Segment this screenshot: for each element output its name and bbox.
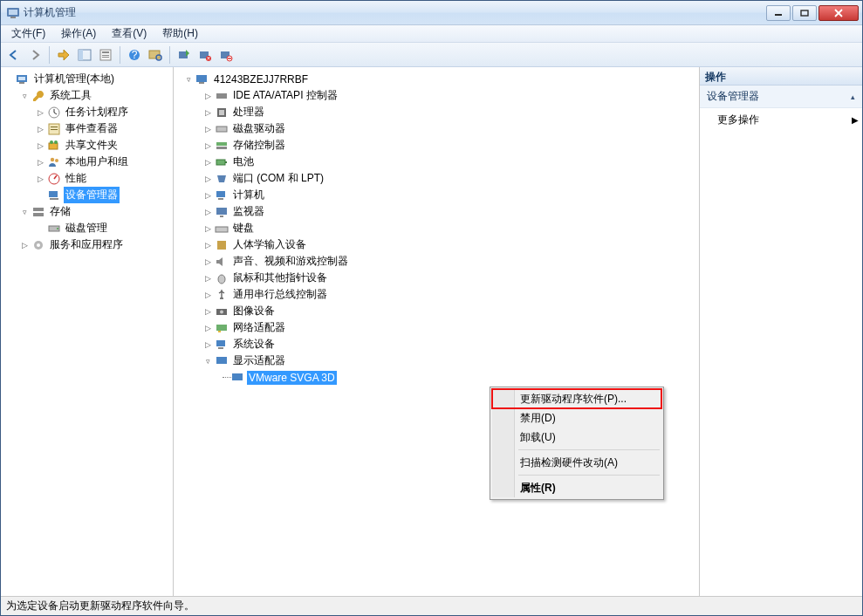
svg-rect-53 xyxy=(216,208,227,215)
expander-icon[interactable]: ▷ xyxy=(18,239,31,251)
expander-icon[interactable]: ▷ xyxy=(202,322,214,334)
cat-disk-drives[interactable]: ▷磁盘驱动器 xyxy=(202,120,697,137)
tree-event-viewer[interactable]: ▷事件查看器 xyxy=(34,120,171,137)
up-button[interactable] xyxy=(54,45,73,65)
tree-shared-folders[interactable]: ▷共享文件夹 xyxy=(34,137,171,154)
tree-device-manager[interactable]: ▷设备管理器 xyxy=(34,187,171,203)
maximize-button[interactable] xyxy=(792,5,817,21)
cat-storage-ctrl[interactable]: ▷存储控制器 xyxy=(202,137,697,154)
forward-button[interactable] xyxy=(25,45,45,65)
svg-rect-26 xyxy=(51,129,58,130)
tree-label: 网络适配器 xyxy=(231,319,287,336)
device-vmware-svga[interactable]: VMware SVGA 3D xyxy=(229,369,697,386)
cat-imaging[interactable]: ▷图像设备 xyxy=(202,303,697,319)
expander-icon[interactable]: ▷ xyxy=(202,123,214,135)
menu-file[interactable]: 文件(F) xyxy=(4,24,52,43)
expander-icon[interactable]: ▿ xyxy=(182,73,195,86)
expander-icon[interactable]: ▷ xyxy=(202,339,214,351)
expander-icon[interactable]: ▿ xyxy=(18,90,31,102)
scan-hardware-icon[interactable] xyxy=(146,45,165,65)
expander-icon[interactable]: ▷ xyxy=(202,272,214,284)
cat-ide[interactable]: ▷IDE ATA/ATAPI 控制器 xyxy=(202,87,697,104)
show-hide-tree-button[interactable] xyxy=(75,45,94,65)
tree-local-users[interactable]: ▷本地用户和组 xyxy=(34,154,171,170)
hid-icon xyxy=(215,238,229,252)
minimize-button[interactable] xyxy=(766,5,791,21)
expander-icon[interactable]: ▷ xyxy=(34,123,46,135)
expander-icon[interactable]: ▷ xyxy=(202,206,214,218)
cat-hid[interactable]: ▷人体学输入设备 xyxy=(202,236,697,253)
camera-icon xyxy=(215,305,229,318)
properties-button[interactable] xyxy=(96,45,115,65)
back-button[interactable] xyxy=(4,45,24,65)
tree-root[interactable]: ▷ 计算机管理(本地) xyxy=(3,71,171,87)
ctx-update-driver[interactable]: 更新驱动程序软件(P)... xyxy=(492,389,661,408)
menubar: 文件(F) 操作(A) 查看(V) 帮助(H) xyxy=(1,25,862,43)
expander-icon[interactable]: ▷ xyxy=(202,106,214,119)
expander-icon[interactable]: ▿ xyxy=(202,355,214,367)
action-more[interactable]: 更多操作 ▶ xyxy=(700,108,862,132)
expander-icon[interactable]: ▷ xyxy=(202,239,214,251)
expander-icon[interactable]: ▷ xyxy=(202,222,214,235)
expander-icon[interactable]: ▷ xyxy=(202,90,214,102)
menu-action[interactable]: 操作(A) xyxy=(54,24,103,43)
expander-icon[interactable]: ▷ xyxy=(34,140,46,152)
action-group-title[interactable]: 设备管理器 ▴ xyxy=(700,86,862,108)
cat-usb[interactable]: ▷通用串行总线控制器 xyxy=(202,286,697,303)
window-controls xyxy=(766,5,859,21)
share-icon xyxy=(47,139,61,153)
close-button[interactable] xyxy=(818,5,859,21)
expander-icon[interactable]: ▷ xyxy=(202,173,214,185)
display-icon xyxy=(230,371,244,385)
expander-icon[interactable]: ▷ xyxy=(202,189,214,202)
svg-rect-9 xyxy=(102,55,109,56)
storage-ctrl-icon xyxy=(215,139,229,153)
uninstall-icon[interactable] xyxy=(195,45,215,65)
menu-help[interactable]: 帮助(H) xyxy=(155,24,205,43)
expander-icon[interactable]: ▷ xyxy=(202,256,214,268)
expander-icon[interactable]: ▷ xyxy=(202,140,214,152)
svg-rect-43 xyxy=(216,93,227,99)
menu-view[interactable]: 查看(V) xyxy=(105,24,154,43)
ctx-scan[interactable]: 扫描检测硬件改动(A) xyxy=(492,453,661,472)
help-button[interactable]: ? xyxy=(125,45,144,65)
update-driver-icon[interactable] xyxy=(175,45,194,65)
expander-icon[interactable]: ▷ xyxy=(34,106,46,119)
ctx-separator xyxy=(518,449,660,450)
tree-services-apps[interactable]: ▷服务和应用程序 xyxy=(18,236,171,253)
action-group-label: 设备管理器 xyxy=(707,89,759,104)
tree-disk-management[interactable]: ▷磁盘管理 xyxy=(34,220,171,236)
device-tree[interactable]: ▿ 41243BZEJJ7RRBF ▷IDE ATA/ATAPI 控制器 ▷处理… xyxy=(174,67,699,389)
expander-icon[interactable]: ▷ xyxy=(202,156,214,168)
disable-icon[interactable] xyxy=(216,45,236,65)
ctx-properties[interactable]: 属性(R) xyxy=(492,478,661,497)
expander-icon[interactable]: ▷ xyxy=(202,289,214,301)
ctx-uninstall[interactable]: 卸载(U) xyxy=(492,428,661,447)
tree-performance[interactable]: ▷性能 xyxy=(34,170,171,187)
cat-processor[interactable]: ▷处理器 xyxy=(202,104,697,120)
tree-label: 服务和应用程序 xyxy=(48,236,125,253)
tree-label: 鼠标和其他指针设备 xyxy=(231,270,329,286)
cat-system-devices[interactable]: ▷系统设备 xyxy=(202,336,697,352)
cat-mice[interactable]: ▷鼠标和其他指针设备 xyxy=(202,270,697,286)
cat-computers[interactable]: ▷计算机 xyxy=(202,187,697,203)
tree-task-scheduler[interactable]: ▷任务计划程序 xyxy=(34,104,171,120)
management-tree[interactable]: ▷ 计算机管理(本地) ▿ 系统工具 ▷任务计划程序 ▷事件查看器 ▷共享文件夹… xyxy=(1,67,173,257)
tree-label: 通用串行总线控制器 xyxy=(231,286,329,303)
cat-network[interactable]: ▷网络适配器 xyxy=(202,319,697,336)
cat-sound[interactable]: ▷声音、视频和游戏控制器 xyxy=(202,253,697,270)
wrench-icon xyxy=(31,89,45,103)
cat-monitors[interactable]: ▷监视器 xyxy=(202,203,697,220)
tree-system-tools[interactable]: ▿ 系统工具 xyxy=(18,87,171,104)
expander-icon[interactable]: ▷ xyxy=(34,173,46,185)
cat-keyboards[interactable]: ▷键盘 xyxy=(202,220,697,236)
device-root[interactable]: ▿ 41243BZEJJ7RRBF xyxy=(182,71,697,87)
tree-storage[interactable]: ▿存储 xyxy=(18,203,171,220)
cat-battery[interactable]: ▷电池 xyxy=(202,154,697,170)
ctx-disable[interactable]: 禁用(D) xyxy=(492,408,661,428)
cat-display-adapters[interactable]: ▿显示适配器 xyxy=(202,352,697,369)
expander-icon[interactable]: ▷ xyxy=(34,156,46,168)
expander-icon[interactable]: ▷ xyxy=(202,305,214,318)
expander-icon[interactable]: ▿ xyxy=(18,206,31,218)
cat-ports[interactable]: ▷端口 (COM 和 LPT) xyxy=(202,170,697,187)
